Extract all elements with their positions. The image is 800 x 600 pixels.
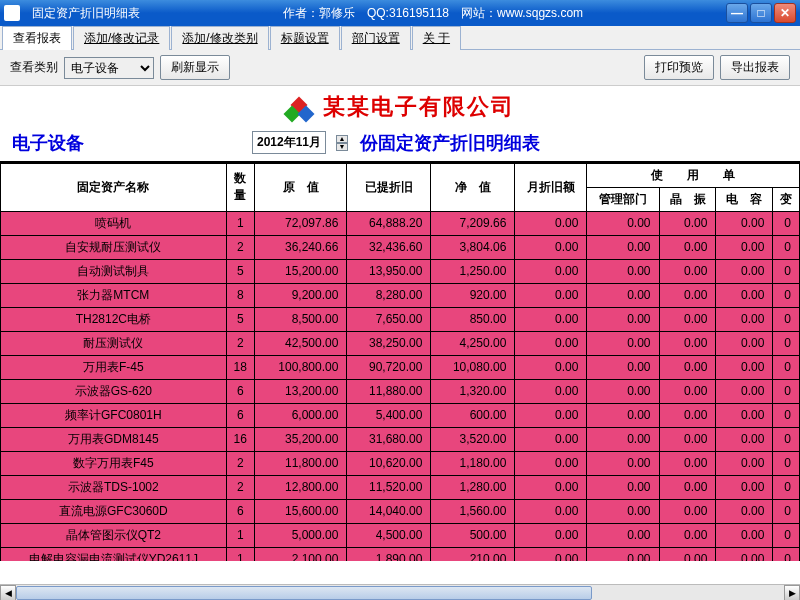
maximize-button[interactable]: □ <box>750 3 772 23</box>
tab-bar: 查看报表 添加/修改记录 添加/修改类别 标题设置 部门设置 关 于 <box>0 26 800 50</box>
tab-add-category[interactable]: 添加/修改类别 <box>171 26 268 50</box>
scroll-right-button[interactable]: ▶ <box>784 585 800 600</box>
table-row[interactable]: 频率计GFC0801H66,000.005,400.00600.000.000.… <box>1 403 800 427</box>
logo-icon <box>285 97 313 125</box>
table-row[interactable]: 万用表GDM81451635,200.0031,680.003,520.000.… <box>1 427 800 451</box>
col-trans: 变 <box>773 187 800 211</box>
table-row[interactable]: 示波器GS-620613,200.0011,880.001,320.000.00… <box>1 379 800 403</box>
table-row[interactable]: TH2812C电桥58,500.007,650.00850.000.000.00… <box>1 307 800 331</box>
table-row[interactable]: 晶体管图示仪QT215,000.004,500.00500.000.000.00… <box>1 523 800 547</box>
export-button[interactable]: 导出报表 <box>720 55 790 80</box>
col-group: 使 用 单 <box>587 163 800 187</box>
table-row[interactable]: 张力器MTCM89,200.008,280.00920.000.000.000.… <box>1 283 800 307</box>
view-category-label: 查看类别 <box>10 59 58 76</box>
titlebar: 固定资产折旧明细表 作者：郭修乐 QQ:316195118 网站：www.sqg… <box>0 0 800 26</box>
report-header: 某某电子有限公司 <box>0 86 800 127</box>
company-name: 某某电子有限公司 <box>323 94 515 119</box>
table-row[interactable]: 喷码机172,097.8664,888.207,209.660.000.000.… <box>1 211 800 235</box>
category-select[interactable]: 电子设备 <box>64 57 154 79</box>
table-row[interactable]: 直流电源GFC3060D615,600.0014,040.001,560.000… <box>1 499 800 523</box>
tab-add-record[interactable]: 添加/修改记录 <box>73 26 170 50</box>
print-preview-button[interactable]: 打印预览 <box>644 55 714 80</box>
horizontal-scrollbar[interactable]: ◀ ▶ <box>0 584 800 600</box>
tab-title-settings[interactable]: 标题设置 <box>270 26 340 50</box>
table-row[interactable]: 数字万用表F45211,800.0010,620.001,180.000.000… <box>1 451 800 475</box>
report-title-suffix: 份固定资产折旧明细表 <box>360 131 540 155</box>
table-row[interactable]: 自动测试制具515,200.0013,950.001,250.000.000.0… <box>1 259 800 283</box>
col-name: 固定资产名称 <box>1 163 227 211</box>
table-row[interactable]: 耐压测试仪242,500.0038,250.004,250.000.000.00… <box>1 331 800 355</box>
col-cap: 电 容 <box>716 187 773 211</box>
close-button[interactable]: ✕ <box>774 3 796 23</box>
scroll-thumb[interactable] <box>16 586 592 600</box>
date-spinner[interactable]: ▲▼ <box>336 135 348 151</box>
col-qty: 数 量 <box>226 163 254 211</box>
data-table: 固定资产名称 数 量 原 值 已提折旧 净 值 月折旧额 使 用 单 管理部门 … <box>0 163 800 561</box>
tab-about[interactable]: 关 于 <box>412 26 461 50</box>
toolbar: 查看类别 电子设备 刷新显示 打印预览 导出报表 <box>0 50 800 86</box>
table-row[interactable]: 自安规耐压测试仪236,240.6632,436.603,804.060.000… <box>1 235 800 259</box>
tab-view-report[interactable]: 查看报表 <box>2 26 72 50</box>
data-table-container[interactable]: 固定资产名称 数 量 原 值 已提折旧 净 值 月折旧额 使 用 单 管理部门 … <box>0 161 800 561</box>
table-row[interactable]: 示波器TDS-1002212,800.0011,520.001,280.000.… <box>1 475 800 499</box>
category-title: 电子设备 <box>12 131 84 155</box>
refresh-button[interactable]: 刷新显示 <box>160 55 230 80</box>
date-input[interactable]: 2012年11月 <box>252 131 326 154</box>
report-subheader: 电子设备 2012年11月 ▲▼ 份固定资产折旧明细表 <box>0 127 800 161</box>
col-dep: 已提折旧 <box>347 163 431 211</box>
col-month: 月折旧额 <box>515 163 587 211</box>
col-crystal: 晶 振 <box>659 187 716 211</box>
tab-dept-settings[interactable]: 部门设置 <box>341 26 411 50</box>
table-row[interactable]: 电解电容漏电流测试仪YD2611J12,100.001,890.00210.00… <box>1 547 800 561</box>
app-icon <box>4 5 20 21</box>
table-row[interactable]: 万用表F-4518100,800.0090,720.0010,080.000.0… <box>1 355 800 379</box>
minimize-button[interactable]: — <box>726 3 748 23</box>
scroll-left-button[interactable]: ◀ <box>0 585 16 600</box>
col-net: 净 值 <box>431 163 515 211</box>
col-orig: 原 值 <box>254 163 346 211</box>
window-title: 固定资产折旧明细表 <box>32 5 140 22</box>
col-dept: 管理部门 <box>587 187 659 211</box>
